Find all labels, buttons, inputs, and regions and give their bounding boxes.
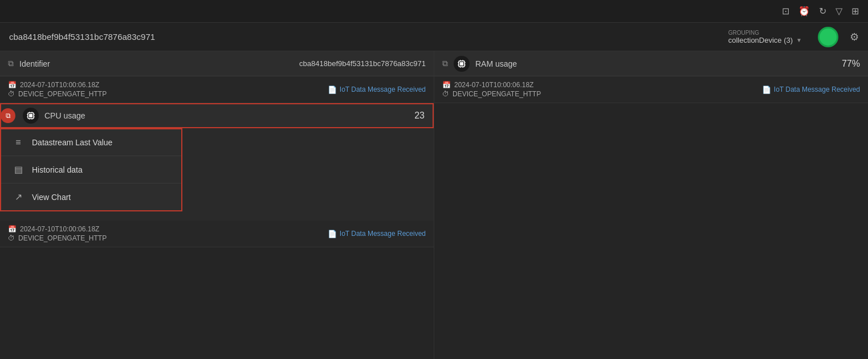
historical-icon: ▤ bbox=[13, 164, 24, 175]
filter-icon[interactable]: ▽ bbox=[836, 6, 842, 17]
clock-icon-3: ⏱ bbox=[442, 90, 449, 98]
cpu-title: CPU usage bbox=[44, 111, 409, 120]
grouping-value: collectionDevice (3) ▼ bbox=[728, 36, 802, 44]
settings-icon[interactable]: ⚙ bbox=[850, 31, 859, 43]
ram-source: ⏱ DEVICE_OPENGATE_HTTP bbox=[442, 90, 541, 98]
grouping-label: Grouping bbox=[728, 30, 759, 36]
device-id: cba8418bef9b4f53131bc7876a83c971 bbox=[9, 32, 717, 42]
calendar-icon-2: 📅 bbox=[8, 225, 17, 233]
cpu-meta: 📅 2024-07-10T10:00:06.18Z ⏱ DEVICE_OPENG… bbox=[8, 225, 107, 242]
context-menu: ≡ Datastream Last Value ▤ Historical dat… bbox=[0, 128, 182, 211]
svg-rect-1 bbox=[29, 114, 32, 117]
menu-item-datastream[interactable]: ≡ Datastream Last Value bbox=[1, 129, 181, 156]
alert-icon[interactable]: ⏰ bbox=[798, 6, 810, 17]
grouping-section: Grouping collectionDevice (3) ▼ bbox=[728, 30, 802, 44]
left-panel: ⧉ Identifier cba8418bef9b4f53131bc7876a8… bbox=[0, 51, 434, 359]
cpu-info-row: 📅 2024-07-10T10:00:06.18Z ⏱ DEVICE_OPENG… bbox=[0, 221, 434, 247]
cpu-date: 📅 2024-07-10T10:00:06.18Z bbox=[8, 225, 107, 233]
cpu-iot-link[interactable]: 📄 IoT Data Message Received bbox=[328, 230, 426, 238]
identifier-date: 📅 2024-07-10T10:00:06.18Z bbox=[8, 81, 107, 89]
right-spacer bbox=[434, 103, 868, 359]
status-indicator bbox=[818, 27, 838, 47]
document-icon-3: 📄 bbox=[762, 85, 771, 94]
cpu-source: ⏱ DEVICE_OPENGATE_HTTP bbox=[8, 234, 107, 242]
right-panel: ⧉ RAM usage 77% bbox=[434, 51, 868, 359]
document-icon: 📄 bbox=[328, 85, 337, 94]
datastream-icon: ≡ bbox=[13, 137, 24, 148]
identifier-source: ⏱ DEVICE_OPENGATE_HTTP bbox=[8, 90, 107, 98]
menu-item-view-chart[interactable]: ↗ View Chart bbox=[1, 183, 181, 210]
identifier-meta: 📅 2024-07-10T10:00:06.18Z ⏱ DEVICE_OPENG… bbox=[8, 81, 107, 98]
ram-info-row: 📅 2024-07-10T10:00:06.18Z ⏱ DEVICE_OPENG… bbox=[434, 76, 868, 103]
cpu-icon bbox=[23, 108, 39, 124]
refresh-icon[interactable]: ↻ bbox=[819, 6, 826, 17]
clock-icon: ⏱ bbox=[8, 90, 15, 98]
identifier-header: ⧉ Identifier cba8418bef9b4f53131bc7876a8… bbox=[0, 51, 434, 76]
export-icon[interactable]: ⊡ bbox=[782, 6, 789, 17]
ram-meta: 📅 2024-07-10T10:00:06.18Z ⏱ DEVICE_OPENG… bbox=[442, 81, 541, 98]
document-icon-2: 📄 bbox=[328, 230, 337, 238]
top-bar: ⊡ ⏰ ↻ ▽ ⊞ bbox=[0, 0, 868, 23]
identifier-iot-link[interactable]: 📄 IoT Data Message Received bbox=[328, 85, 426, 94]
identifier-info-row: 📅 2024-07-10T10:00:06.18Z ⏱ DEVICE_OPENG… bbox=[0, 76, 434, 103]
ram-copy-icon[interactable]: ⧉ bbox=[442, 59, 448, 68]
header-row: cba8418bef9b4f53131bc7876a83c971 Groupin… bbox=[0, 23, 868, 51]
clock-icon-2: ⏱ bbox=[8, 234, 15, 242]
cpu-copy-icon[interactable]: ⧉ bbox=[1, 108, 15, 123]
cpu-section: ⧉ CPU usage bbox=[0, 103, 434, 247]
copy-icon[interactable]: ⧉ bbox=[8, 59, 14, 68]
grid-icon[interactable]: ⊞ bbox=[851, 6, 859, 17]
ram-title: RAM usage bbox=[475, 59, 836, 68]
identifier-label: Identifier bbox=[19, 59, 294, 68]
chevron-down-icon[interactable]: ▼ bbox=[796, 37, 802, 43]
ram-value: 77% bbox=[842, 59, 860, 69]
ram-date: 📅 2024-07-10T10:00:06.18Z bbox=[442, 81, 541, 89]
calendar-icon: 📅 bbox=[8, 81, 17, 89]
left-spacer bbox=[0, 247, 434, 359]
ram-header: ⧉ RAM usage 77% bbox=[434, 51, 868, 76]
main-content: ⧉ Identifier cba8418bef9b4f53131bc7876a8… bbox=[0, 51, 868, 359]
chart-icon: ↗ bbox=[13, 191, 24, 202]
svg-rect-11 bbox=[460, 62, 463, 66]
identifier-full-value: cba8418bef9b4f53131bc7876a83c971 bbox=[299, 59, 426, 68]
menu-item-historical[interactable]: ▤ Historical data bbox=[1, 156, 181, 183]
calendar-icon-3: 📅 bbox=[442, 81, 451, 89]
cpu-header: ⧉ CPU usage bbox=[0, 103, 434, 128]
ram-icon bbox=[454, 56, 470, 72]
cpu-value: 23 bbox=[414, 111, 425, 121]
ram-iot-link[interactable]: 📄 IoT Data Message Received bbox=[762, 85, 860, 94]
